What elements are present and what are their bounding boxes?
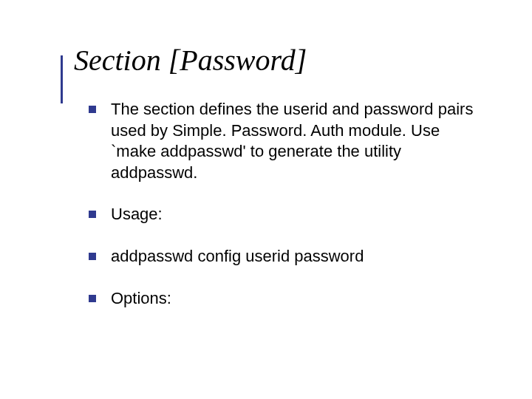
slide-title: Section [Password] [74, 44, 495, 77]
slide: Section [Password] The section defines t… [0, 0, 532, 399]
list-item: The section defines the userid and passw… [89, 99, 480, 183]
bullet-text: addpasswd config userid password [111, 246, 480, 267]
square-bullet-icon [89, 253, 96, 260]
bullet-text: The section defines the userid and passw… [111, 99, 480, 183]
list-item: Usage: [89, 204, 480, 225]
slide-body: The section defines the userid and passw… [89, 99, 480, 309]
square-bullet-icon [89, 295, 96, 302]
list-item: addpasswd config userid password [89, 246, 480, 267]
title-accent-bar [61, 55, 63, 103]
bullet-text: Usage: [111, 204, 480, 225]
bullet-text: Options: [111, 288, 480, 310]
square-bullet-icon [89, 211, 96, 218]
square-bullet-icon [89, 106, 96, 113]
list-item: Options: [89, 288, 480, 310]
